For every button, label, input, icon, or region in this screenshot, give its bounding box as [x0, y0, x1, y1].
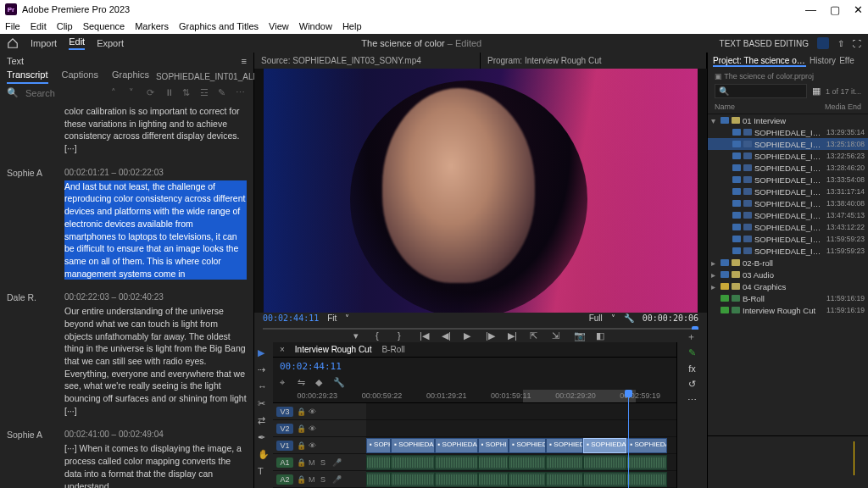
track-select-tool-icon[interactable]: ⇢ [258, 364, 270, 376]
track-lane[interactable] [366, 420, 676, 437]
zoom-fit[interactable]: Fit [327, 313, 337, 323]
bin-row[interactable]: B-Roll11:59:16:19 [708, 292, 868, 304]
lock-icon[interactable]: 🔒 [297, 475, 305, 484]
bin-row[interactable]: SOPHIEDALE_INT03_IP11:59:59:23 [708, 233, 868, 245]
audio-clip[interactable] [435, 472, 478, 487]
window-maximize[interactable]: ▢ [830, 3, 840, 16]
bin-row[interactable]: SOPHIEDALE_INT02_A13:28:46:20 [708, 162, 868, 174]
transcript-text[interactable]: And last but not least, the challenge of… [64, 180, 247, 280]
project-search-input[interactable] [715, 84, 807, 98]
menu-edit[interactable]: Edit [31, 21, 47, 31]
audio-clip[interactable] [391, 472, 434, 487]
transcript-list[interactable]: color calibration is so important to cor… [0, 102, 253, 488]
sort-icon[interactable]: ⇅ [182, 87, 193, 98]
bin-row[interactable]: SOPHIEDALE_INT01_C13:25:18:08 [708, 138, 868, 150]
audio-clip[interactable] [626, 455, 667, 470]
lumetri-pen-icon[interactable]: ✎ [688, 347, 696, 358]
share-icon[interactable]: ⇧ [837, 39, 844, 48]
track-lane[interactable] [366, 454, 676, 471]
disclosure-icon[interactable]: ▸ [711, 282, 718, 291]
mute-icon[interactable]: M [309, 458, 317, 467]
bin-row[interactable]: ▾01 Interview [708, 114, 868, 126]
pause-follow-icon[interactable]: ⏸ [164, 87, 175, 98]
voice-icon[interactable]: 🎤 [332, 458, 341, 467]
lock-icon[interactable]: 🔒 [297, 458, 305, 467]
menu-clip[interactable]: Clip [57, 21, 73, 31]
video-clip[interactable]: ▪ SOPHIEDAL [509, 438, 546, 453]
toggle-output-icon[interactable]: 👁 [309, 441, 317, 450]
disclosure-icon[interactable]: ▾ [711, 116, 718, 125]
video-clip[interactable]: ▪ SOPHIEDAL [546, 438, 583, 453]
snap-icon[interactable]: ⌖ [280, 377, 291, 388]
button-editor-icon[interactable]: ＋ [687, 330, 698, 342]
razor-tool-icon[interactable]: ✂ [258, 398, 270, 410]
track-label[interactable]: V2 [276, 424, 293, 434]
disclosure-icon[interactable]: ▸ [711, 258, 718, 268]
col-name[interactable]: Name [715, 103, 825, 111]
menu-markers[interactable]: Markers [135, 21, 169, 31]
bin-row[interactable]: ▸02-B-roll [708, 257, 868, 269]
playback-quality[interactable]: Full [589, 313, 603, 323]
lift-icon[interactable]: ⇱ [530, 330, 542, 342]
menu-view[interactable]: View [269, 21, 289, 31]
menu-window[interactable]: Window [299, 21, 332, 31]
lock-icon[interactable]: 🔒 [297, 424, 305, 433]
seq-dropdown-icon[interactable]: ▣ [715, 72, 722, 80]
audio-clip[interactable] [509, 472, 546, 487]
bin-row[interactable]: SOPHIEDALE_INT03_S13:43:12:22 [708, 221, 868, 233]
lumetri-fx-icon[interactable]: fx [688, 363, 696, 374]
timeline-tab-1[interactable]: Interview Rough Cut [295, 345, 372, 354]
filter-icon[interactable]: ☲ [200, 87, 211, 98]
bin-row[interactable]: ▸03 Audio [708, 269, 868, 280]
search-input[interactable] [25, 88, 104, 98]
comparison-icon[interactable]: ◧ [596, 330, 608, 342]
bin-row[interactable]: SOPHIEDALE_INT01_A13:29:35:14 [708, 126, 868, 138]
export-frame-icon[interactable]: 📷 [574, 330, 586, 342]
audio-clip[interactable] [583, 472, 626, 487]
selection-tool-icon[interactable]: ▶ [258, 347, 270, 359]
add-marker-icon[interactable]: ▾ [353, 330, 365, 342]
workspace-icon[interactable] [817, 37, 829, 49]
program-monitor-tab[interactable]: Program: Interview Rough Cut [481, 53, 707, 69]
audio-clip[interactable] [583, 455, 626, 470]
play-icon[interactable]: ▶ [464, 330, 476, 342]
track-label[interactable]: A2 [276, 474, 293, 485]
bin-row[interactable]: SOPHIEDALE_INT03_IP11:59:59:23 [708, 245, 868, 257]
filter-bin-icon[interactable]: ▦ [812, 86, 821, 97]
solo-icon[interactable]: S [320, 475, 329, 484]
fullscreen-icon[interactable]: ⛶ [853, 39, 861, 48]
col-media-end[interactable]: Media End [825, 103, 861, 111]
marker-icon[interactable]: ◆ [315, 377, 326, 388]
slip-tool-icon[interactable]: ⇄ [258, 415, 270, 427]
project-bin[interactable]: ▾01 InterviewSOPHIEDALE_INT01_A13:29:35:… [708, 114, 868, 435]
zoom-dropdown-icon[interactable]: ˅ [345, 313, 349, 323]
track-label[interactable]: V3 [276, 407, 293, 417]
mute-icon[interactable]: M [309, 475, 317, 484]
edit-icon[interactable]: ✎ [218, 87, 229, 98]
audio-clip[interactable] [509, 455, 546, 470]
disclosure-icon[interactable]: ▸ [711, 270, 718, 280]
track-lane[interactable] [366, 403, 676, 420]
nav-down-icon[interactable]: ˅ [129, 87, 140, 98]
audio-clip[interactable] [366, 472, 391, 487]
search-icon[interactable]: 🔍 [7, 87, 19, 98]
toggle-output-icon[interactable]: 👁 [309, 424, 317, 433]
transcript-text[interactable]: Our entire understanding of the universe… [64, 305, 247, 417]
video-clip[interactable]: ▪ SOPHIEDALE_ [583, 438, 626, 453]
timeline-close-icon[interactable]: × [280, 345, 285, 354]
tab-captions[interactable]: Captions [62, 69, 98, 84]
audio-clip[interactable] [626, 472, 667, 487]
project-tab[interactable]: Project: The science of color [713, 56, 806, 67]
video-clip[interactable]: ▪ SOPHI [366, 438, 391, 453]
video-clip[interactable]: ▪ SOPHIEDA [391, 438, 434, 453]
pen-tool-icon[interactable]: ✒ [258, 432, 270, 444]
lumetri-more-icon[interactable]: ⋯ [687, 395, 697, 406]
linked-selection-icon[interactable]: ⇋ [298, 377, 309, 388]
audio-clip[interactable] [478, 455, 509, 470]
window-minimize[interactable]: — [805, 3, 816, 16]
refresh-icon[interactable]: ⟳ [147, 87, 158, 98]
settings-icon[interactable]: 🔧 [333, 377, 344, 388]
menu-help[interactable]: Help [342, 21, 362, 31]
program-current-tc[interactable]: 00:02:44:11 [263, 313, 319, 323]
window-close[interactable]: ✕ [854, 3, 863, 16]
